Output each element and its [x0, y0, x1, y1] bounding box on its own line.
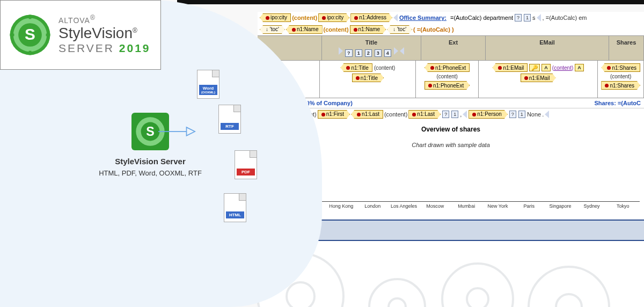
- idx-1[interactable]: 1: [524, 14, 531, 21]
- brand-server: SERVER: [58, 42, 114, 54]
- stylevision-icon: S: [9, 14, 51, 56]
- arrow-left-icon[interactable]: [537, 14, 541, 21]
- chart-note: Chart drawn with sample data: [412, 142, 490, 148]
- axis-label: Los Angeles: [389, 203, 418, 209]
- content-label: (content): [324, 25, 349, 34]
- svg-text:S: S: [25, 25, 35, 43]
- svg-point-22: [467, 288, 488, 307]
- autocalc-dept-label: =(AutoCalc) department: [450, 13, 513, 23]
- tag-ipocity-close[interactable]: ipo:city: [318, 13, 349, 22]
- tag-row-3: n1:First (content) n1:First n1:Last (con…: [258, 108, 644, 120]
- svg-rect-4: [46, 34, 50, 36]
- brand-year: 2019: [119, 42, 151, 54]
- output-html-icon: HTML: [220, 193, 250, 224]
- autocalc-em-label: , =(AutoCalc) em: [543, 13, 587, 23]
- tag-name-open[interactable]: n1:Name: [286, 25, 323, 34]
- panel-formats: HTML, PDF, Word, OOXML, RTF: [80, 169, 220, 177]
- svg-point-21: [442, 264, 513, 307]
- pager-2[interactable]: 2: [365, 49, 372, 57]
- svg-point-23: [529, 267, 609, 307]
- content-label: (content): [436, 74, 457, 79]
- content-link[interactable]: (content): [552, 65, 573, 71]
- tag-phoneext-close[interactable]: n1:PhoneExt: [425, 81, 470, 90]
- axis-label: New York: [483, 203, 512, 209]
- pager-4[interactable]: 4: [384, 49, 391, 57]
- svg-marker-10: [187, 127, 195, 136]
- col-ext[interactable]: Ext: [421, 36, 486, 60]
- tag-row-2: ↓ 'toc' n1:Name (content) n1:Name ↓ 'toc…: [258, 24, 644, 35]
- idx-1[interactable]: 1: [518, 111, 525, 118]
- pager-3[interactable]: 3: [375, 49, 382, 57]
- arrow-left-icon[interactable]: [463, 111, 467, 118]
- axis-label: Moscow: [421, 203, 450, 209]
- tag-email-open[interactable]: n1:EMail: [492, 63, 528, 72]
- axis-label: Sydney: [577, 203, 606, 209]
- idx-q[interactable]: ?: [515, 14, 522, 21]
- brand-product: StyleVision: [58, 25, 133, 41]
- axis-label: Paris: [515, 203, 544, 209]
- key-icon[interactable]: 🔑: [529, 64, 540, 71]
- tag-shares-close[interactable]: n1:Shares: [601, 81, 640, 90]
- tag-shares-open[interactable]: n1:Shares: [601, 63, 640, 72]
- arrow-left-icon[interactable]: [545, 111, 549, 118]
- pager-end-icon[interactable]: [400, 47, 404, 55]
- tag-title-close[interactable]: n1:Title: [352, 74, 384, 82]
- pager-prev-icon[interactable]: [339, 47, 343, 55]
- svg-rect-1: [29, 15, 32, 19]
- tag-ipocity-open[interactable]: ipo:city: [260, 13, 291, 22]
- panel-title: StyleVision Server: [80, 157, 220, 166]
- svg-point-19: [369, 279, 425, 307]
- office-summary-label[interactable]: Office Summary:: [399, 13, 447, 23]
- tag-first-close[interactable]: n1:First: [318, 110, 350, 119]
- chart-title: Overview of shares: [262, 126, 640, 133]
- toc-anchor[interactable]: ↓ 'toc': [260, 25, 285, 34]
- tag-phoneext-open[interactable]: n1:PhoneExt: [425, 63, 470, 72]
- output-rtf-icon: RTF: [215, 105, 245, 135]
- product-logo-card: S ALTOVA® StyleVision® SERVER 2019: [0, 0, 161, 70]
- idx-1[interactable]: 1: [451, 111, 458, 118]
- col-shares[interactable]: Shares: [609, 36, 644, 60]
- flow-arrow-icon: [158, 123, 196, 140]
- axis-label: Singapore: [546, 203, 575, 209]
- content-label: (content): [374, 65, 395, 71]
- content-label: (content): [610, 74, 631, 79]
- col-email[interactable]: EMail: [486, 36, 609, 60]
- pager-next-icon[interactable]: [394, 47, 398, 55]
- tag-person-close[interactable]: n1:Person: [469, 110, 508, 119]
- tag-last-close[interactable]: n1:Last: [408, 110, 441, 119]
- tag-email-close[interactable]: n1:EMail: [521, 74, 556, 82]
- arrow-left-icon[interactable]: [393, 14, 398, 21]
- svg-rect-2: [29, 51, 32, 55]
- dot: .: [542, 109, 544, 119]
- output-pdf-icon: PDF: [231, 150, 261, 181]
- table-header: Title ? 1 2 3 4 Ext EMail Shares: [258, 35, 644, 61]
- axis-label: Mumbai: [452, 203, 481, 209]
- autocalc-shares: Shares: =(AutoC: [595, 100, 641, 106]
- idx-q[interactable]: ?: [442, 111, 449, 118]
- window-titlebar: [177, 0, 644, 4]
- autocalc-summary-row: ffice, =(AutoCalc)% of Company) Shares: …: [258, 98, 644, 108]
- tag-address-close[interactable]: n1:Address: [350, 13, 392, 22]
- sep: ,: [460, 109, 462, 119]
- idx-q[interactable]: ?: [509, 111, 516, 118]
- output-word-icon: Word(OOXML): [193, 70, 223, 100]
- tag-title-open[interactable]: n1:Title: [340, 63, 372, 72]
- pager-q[interactable]: ?: [345, 49, 353, 57]
- toc-anchor[interactable]: ↓ 'toc': [387, 25, 412, 34]
- axis-label: Hong Kong: [327, 203, 356, 209]
- axis-label: London: [358, 203, 387, 209]
- badge-a[interactable]: A: [575, 64, 584, 71]
- content-label: (content): [384, 109, 407, 119]
- plural-s: s: [532, 13, 536, 23]
- tag-name-close[interactable]: n1:Name: [350, 25, 386, 34]
- badge-a[interactable]: A: [541, 64, 551, 71]
- svg-point-20: [389, 298, 406, 307]
- axis-label: Tokyo: [609, 203, 638, 209]
- pager-1[interactable]: 1: [355, 49, 362, 57]
- cell-ext: n1:PhoneExt (content) n1:PhoneExt: [416, 61, 478, 98]
- cell-email: n1:EMail 🔑 A (content) A n1:EMail: [479, 61, 598, 98]
- svg-text:S: S: [146, 125, 154, 138]
- tag-last-open[interactable]: n1:Last: [351, 110, 383, 119]
- col-title[interactable]: Title ? 1 2 3 4: [322, 36, 421, 60]
- none-label: None: [527, 109, 541, 119]
